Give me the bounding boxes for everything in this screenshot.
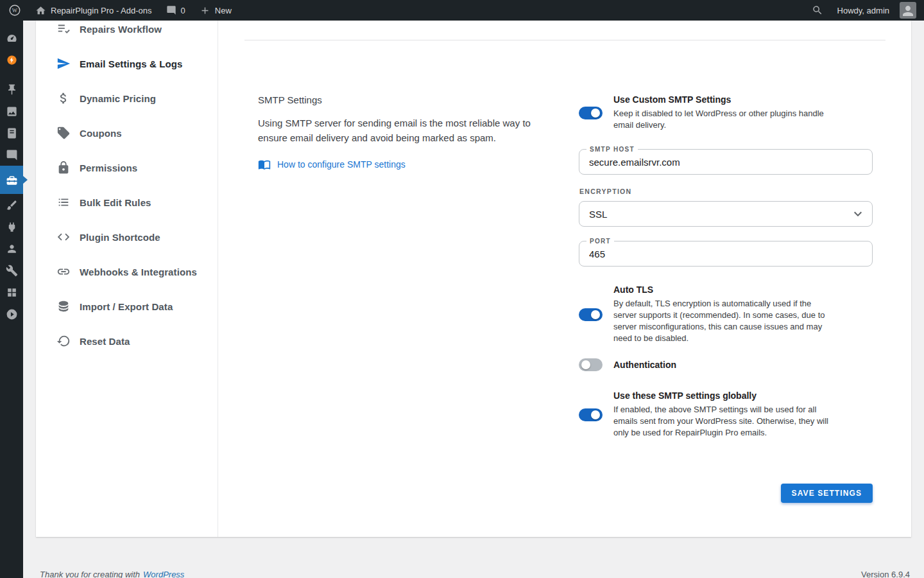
sidebar-item-email-settings-logs[interactable]: Email Settings & Logs (36, 46, 218, 81)
howdy-label: Howdy, admin (837, 6, 889, 15)
home-icon (35, 5, 46, 16)
port-label: PORT (586, 238, 614, 245)
rail-item-appearance[interactable] (0, 194, 23, 216)
avatar[interactable] (900, 2, 916, 19)
smtp-docs-link-label: How to configure SMTP settings (277, 159, 406, 170)
sidebar-item-webhooks-integrations[interactable]: Webhooks & Integrations (36, 254, 218, 289)
sidebar-item-dynamic-pricing[interactable]: Dynamic Pricing (36, 81, 218, 116)
sidebar-item-repairs-workflow[interactable]: Repairs Workflow (36, 21, 218, 46)
rail-item-plugins[interactable] (0, 216, 23, 238)
sidebar-item-label: Import / Export Data (80, 301, 173, 312)
port-input[interactable] (579, 241, 872, 266)
auto-tls-text: Auto TLS By default, TLS encryption is a… (613, 285, 830, 344)
sidebar-item-coupons[interactable]: Coupons (36, 116, 218, 150)
custom-smtp-toggle[interactable] (579, 107, 603, 119)
rail-item-store-plugin[interactable] (0, 49, 23, 71)
media-icon (6, 105, 18, 118)
rail-item-dashboard[interactable] (0, 27, 23, 49)
authentication-toggle-row: Authentication (579, 358, 873, 371)
lock-icon (56, 161, 71, 175)
tag-icon (56, 126, 71, 140)
rail-item-modules[interactable] (0, 281, 23, 303)
plugin-menu: Repairs Workflow Email Settings & Logs D… (36, 21, 218, 358)
custom-smtp-text: Use Custom SMTP Settings Keep it disable… (613, 94, 830, 131)
section-description: Using SMTP server for sending email is t… (258, 116, 545, 145)
sidebar-item-label: Email Settings & Logs (80, 58, 182, 69)
database-icon (56, 299, 71, 313)
sidebar-item-label: Reset Data (80, 336, 130, 347)
store-logo-icon (6, 54, 18, 66)
site-name-label: RepairPlugin Pro - Add-ons (51, 6, 152, 15)
smtp-docs-link[interactable]: How to configure SMTP settings (258, 158, 406, 171)
pushpin-icon (6, 83, 18, 96)
new-content-menu[interactable]: New (193, 0, 239, 21)
book-icon (258, 158, 271, 171)
wordpress-logo-menu[interactable]: W (1, 0, 28, 21)
sidebar-item-bulk-edit-rules[interactable]: Bulk Edit Rules (36, 185, 218, 220)
site-name-menu[interactable]: RepairPlugin Pro - Add-ons (28, 0, 159, 21)
encryption-select[interactable]: SSL (579, 201, 873, 227)
account-menu[interactable]: Howdy, admin (830, 0, 916, 21)
dashboard-icon (6, 32, 18, 44)
chevron-down-icon (850, 206, 866, 222)
rail-item-pages[interactable] (0, 122, 23, 144)
sidebar-item-label: Bulk Edit Rules (80, 197, 151, 208)
settings-content: SMTP Settings Using SMTP server for send… (218, 21, 911, 537)
smtp-host-label: SMTP HOST (586, 146, 638, 153)
search-button[interactable] (805, 0, 830, 21)
use-globally-toggle[interactable] (579, 408, 603, 421)
auto-tls-help: By default, TLS encryption is automatica… (613, 298, 830, 344)
custom-smtp-help: Keep it disabled to let WordPress or oth… (613, 108, 830, 131)
plus-icon (200, 5, 210, 16)
sidebar-item-label: Coupons (80, 128, 122, 139)
admin-bar-right: Howdy, admin (805, 0, 924, 21)
use-globally-text: Use these SMTP settings globally If enab… (613, 390, 830, 439)
sidebar-item-reset-data[interactable]: Reset Data (36, 324, 218, 358)
admin-bar-left: W RepairPlugin Pro - Add-ons 0 New (0, 0, 239, 21)
send-icon (56, 57, 71, 71)
svg-text:W: W (12, 7, 18, 13)
checklist-icon (56, 22, 71, 36)
custom-smtp-label: Use Custom SMTP Settings (613, 94, 830, 105)
wp-admin-bar: W RepairPlugin Pro - Add-ons 0 New (0, 0, 924, 21)
encryption-selected-value: SSL (589, 209, 607, 220)
use-globally-toggle-row: Use these SMTP settings globally If enab… (579, 390, 873, 439)
sidebar-item-label: Permissions (80, 162, 137, 173)
toolbox-icon (6, 174, 18, 186)
comments-count: 0 (181, 6, 185, 15)
rail-item-posts[interactable] (0, 78, 23, 100)
smtp-host-field: SMTP HOST (579, 149, 873, 175)
save-settings-button[interactable]: SAVE SETTINGS (781, 484, 873, 503)
use-globally-label: Use these SMTP settings globally (613, 390, 830, 401)
comments-icon (6, 149, 18, 161)
sidebar-item-permissions[interactable]: Permissions (36, 150, 218, 185)
rail-item-users[interactable] (0, 238, 23, 259)
auto-tls-label: Auto TLS (613, 285, 830, 295)
smtp-form: Use Custom SMTP Settings Keep it disable… (579, 94, 873, 503)
search-icon (812, 4, 823, 16)
rail-item-tools[interactable] (0, 259, 23, 281)
footer-wordpress-link[interactable]: WordPress (143, 570, 184, 578)
play-circle-icon (6, 308, 18, 320)
wordpress-logo-icon: W (8, 4, 21, 17)
rail-item-tutorials[interactable] (0, 303, 23, 325)
sidebar-item-import-export-data[interactable]: Import / Export Data (36, 289, 218, 324)
footer-version: Version 6.9.4 (861, 570, 910, 578)
sidebar-item-label: Webhooks & Integrations (80, 267, 197, 277)
paintbrush-icon (6, 199, 18, 211)
rail-item-media[interactable] (0, 100, 23, 122)
user-icon (6, 243, 18, 255)
authentication-label: Authentication (613, 360, 676, 370)
code-icon (56, 230, 71, 244)
rail-item-repairplugin-active[interactable] (0, 166, 23, 194)
sidebar-item-label: Repairs Workflow (80, 24, 162, 35)
comments-menu[interactable]: 0 (159, 0, 193, 21)
sidebar-item-plugin-shortcode[interactable]: Plugin Shortcode (36, 220, 218, 254)
auto-tls-toggle[interactable] (579, 308, 603, 321)
dollar-icon (56, 91, 71, 105)
smtp-settings-section: SMTP Settings Using SMTP server for send… (258, 94, 873, 503)
authentication-toggle[interactable] (579, 358, 603, 371)
pages-icon (6, 127, 18, 139)
sidebar-item-label: Plugin Shortcode (80, 232, 160, 243)
rail-item-comments[interactable] (0, 144, 23, 166)
